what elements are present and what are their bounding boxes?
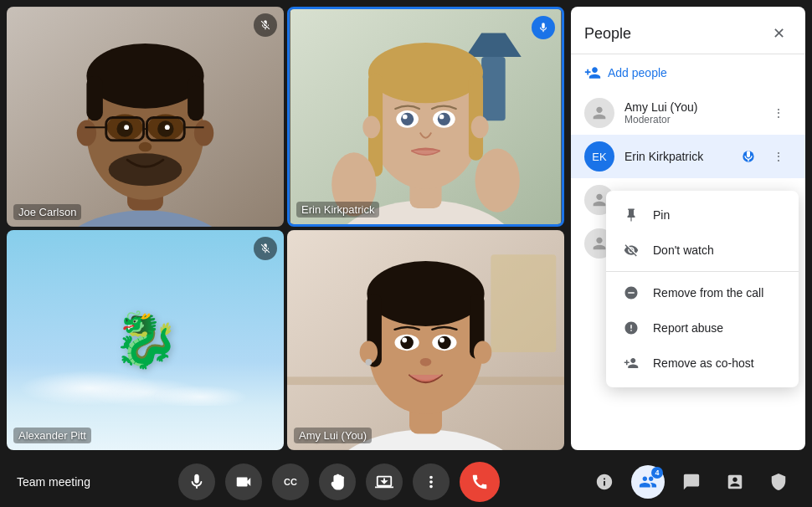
controls-center: CC	[178, 462, 500, 502]
amy-info: Amy Lui (You) Moderator	[624, 100, 755, 125]
people-badge: 4	[651, 467, 663, 479]
menu-item-dont-watch[interactable]: Don't watch	[606, 233, 799, 268]
more-options-button[interactable]	[413, 463, 450, 500]
amy-name: Amy Lui (You)	[624, 100, 755, 114]
bottom-bar: Team meeting CC 4	[0, 457, 812, 507]
remove-call-label: Remove from the call	[653, 286, 763, 300]
svg-point-37	[403, 115, 408, 120]
video-tile-amy: Amy Lui (You)	[287, 230, 564, 450]
svg-point-35	[401, 113, 414, 125]
svg-point-57	[402, 338, 407, 343]
pin-icon	[623, 207, 640, 223]
svg-point-20	[139, 142, 152, 152]
svg-rect-6	[188, 76, 203, 121]
svg-point-18	[124, 125, 129, 130]
amy-name-label: Amy Lui (You)	[294, 428, 372, 443]
svg-rect-42	[491, 254, 556, 352]
activities-button[interactable]	[718, 465, 752, 499]
svg-point-52	[365, 359, 372, 366]
svg-point-40	[475, 149, 520, 213]
svg-point-32	[471, 116, 489, 139]
camera-button[interactable]	[225, 463, 262, 500]
joe-mute-icon	[254, 13, 277, 37]
close-panel-button[interactable]: ✕	[765, 20, 792, 47]
erin-more-button[interactable]: ⋮	[765, 143, 792, 170]
list-item-amy: Amy Lui (You) Moderator ⋮	[571, 91, 805, 135]
report-icon	[623, 320, 640, 335]
svg-point-28	[368, 43, 483, 103]
menu-divider-1	[606, 271, 799, 272]
amy-more-button[interactable]: ⋮	[765, 100, 792, 126]
erin-name: Erin Kirkpatrick	[624, 150, 725, 163]
svg-point-31	[362, 116, 380, 139]
joe-name-label: Joe Carlson	[13, 204, 81, 220]
captions-button[interactable]: CC	[272, 463, 309, 500]
svg-point-51	[474, 341, 491, 363]
remove-cohost-icon	[623, 356, 640, 371]
svg-point-55	[400, 336, 414, 350]
erin-speaking-icon	[532, 16, 555, 39]
dont-watch-icon	[623, 243, 640, 258]
end-call-button[interactable]	[460, 462, 500, 502]
pin-label: Pin	[653, 208, 670, 222]
svg-point-59	[420, 358, 432, 366]
raise-hand-button[interactable]	[319, 463, 356, 500]
mic-button[interactable]	[178, 463, 215, 500]
erin-avatar: EK	[584, 141, 614, 172]
report-abuse-label: Report abuse	[653, 321, 723, 335]
add-person-icon	[584, 64, 601, 81]
people-panel: People ✕ Add people Amy Lui (You) Modera…	[571, 7, 805, 450]
present-button[interactable]	[366, 463, 403, 500]
meeting-title: Team meeting	[17, 475, 90, 489]
add-people-label: Add people	[608, 66, 667, 79]
people-button[interactable]: 4	[631, 465, 665, 499]
svg-point-47	[367, 261, 484, 326]
alexander-mute-icon	[254, 237, 277, 260]
erin-actions: ⋮	[735, 143, 792, 170]
menu-item-remove-cohost[interactable]: Remove as co-host	[606, 346, 799, 381]
svg-point-38	[439, 115, 445, 120]
svg-point-58	[439, 338, 445, 343]
svg-point-19	[165, 125, 170, 130]
avatar-dragon: 🐉	[112, 309, 179, 371]
svg-rect-5	[86, 76, 102, 121]
amy-avatar	[584, 98, 614, 128]
svg-point-8	[194, 120, 213, 146]
add-people-button[interactable]: Add people	[571, 54, 805, 91]
context-menu: Pin Don't watch Remove from the call Rep	[606, 191, 799, 387]
remove-call-icon	[623, 285, 640, 300]
amy-actions: ⋮	[765, 100, 792, 126]
svg-point-4	[86, 44, 203, 109]
security-button[interactable]	[762, 465, 795, 499]
erin-info: Erin Kirkpatrick	[624, 150, 725, 163]
amy-role: Moderator	[624, 114, 755, 125]
erin-name-label: Erin Kirkpatrick	[296, 202, 379, 218]
info-button[interactable]	[588, 465, 621, 499]
svg-point-7	[77, 120, 96, 146]
panel-header: People ✕	[571, 7, 805, 54]
menu-item-pin[interactable]: Pin	[606, 197, 799, 233]
remove-cohost-label: Remove as co-host	[653, 356, 754, 370]
svg-point-56	[438, 336, 451, 350]
controls-right: 4	[588, 465, 795, 499]
video-tile-alexander: 🐉 Alexander Pitt	[7, 230, 284, 450]
panel-title: People	[584, 25, 631, 43]
erin-mic-button[interactable]	[735, 143, 762, 170]
meeting-title-area: Team meeting	[17, 474, 90, 489]
video-grid: Joe Carlson	[0, 0, 571, 457]
svg-point-36	[438, 113, 450, 125]
alexander-name-label: Alexander Pitt	[13, 428, 91, 443]
svg-point-21	[109, 153, 182, 186]
svg-rect-23	[481, 57, 506, 120]
menu-item-remove-call[interactable]: Remove from the call	[606, 275, 799, 310]
list-item-erin: EK Erin Kirkpatrick ⋮	[571, 135, 805, 178]
video-tile-joe: Joe Carlson	[7, 7, 284, 227]
menu-item-report-abuse[interactable]: Report abuse	[606, 310, 799, 346]
chat-button[interactable]	[675, 465, 708, 499]
video-tile-erin: Erin Kirkpatrick	[287, 7, 564, 227]
dont-watch-label: Don't watch	[653, 243, 714, 257]
